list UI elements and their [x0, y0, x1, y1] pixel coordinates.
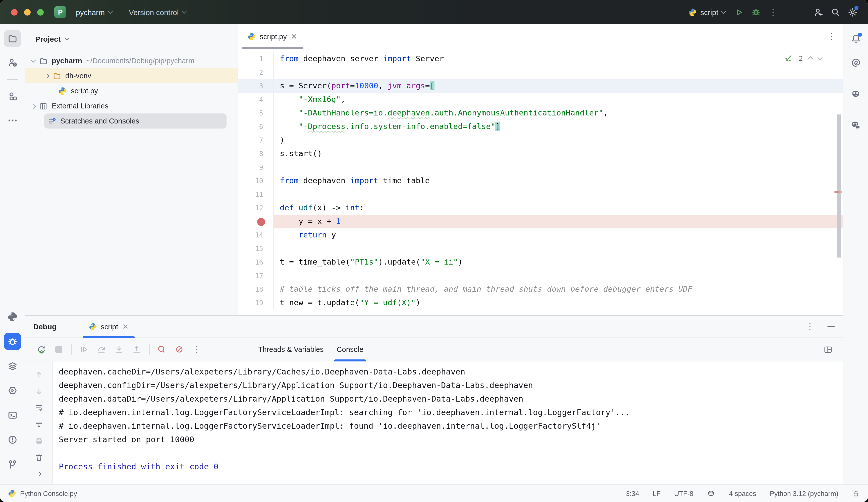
structure-tool-button[interactable]	[4, 88, 21, 105]
gutter-line-6[interactable]: 6	[238, 120, 274, 134]
code-editor[interactable]: 1from deephaven_server import Server23s …	[238, 49, 843, 315]
code-line-16[interactable]: 16t = time_table("PT1s").update("X = ii"…	[238, 255, 843, 269]
line-separator-widget[interactable]: LF	[653, 490, 661, 497]
caret-position-widget[interactable]: 3:34	[626, 490, 639, 497]
gutter-line-11[interactable]: 11	[238, 188, 274, 201]
copilot-button[interactable]	[847, 85, 864, 102]
debug-button[interactable]	[747, 3, 765, 21]
code-line-10[interactable]: 10from deephaven import time_table	[238, 174, 843, 188]
zoom-window-button[interactable]	[37, 9, 44, 15]
project-tool-button[interactable]	[4, 30, 21, 47]
more-tool-windows-button[interactable]	[4, 112, 21, 129]
code-line-15[interactable]: 15	[238, 242, 843, 255]
code-line-19[interactable]: 19t_new = t.update("Y = udf(X)")	[238, 296, 843, 310]
debug-more-button[interactable]: ⋮	[190, 342, 204, 356]
project-panel-header[interactable]: Project	[25, 24, 238, 53]
close-window-button[interactable]	[11, 9, 18, 15]
gutter-line-1[interactable]: 1	[238, 52, 274, 66]
problems-tool-button[interactable]	[4, 431, 21, 448]
editor-scrollbar[interactable]	[837, 114, 841, 258]
stop-button[interactable]	[52, 342, 66, 356]
gutter-line-4[interactable]: 4	[238, 93, 274, 106]
clear-console-button[interactable]	[32, 451, 45, 464]
minimize-window-button[interactable]	[24, 9, 31, 15]
close-icon[interactable]: ✕	[291, 33, 297, 40]
mute-breakpoints-button[interactable]	[172, 342, 186, 356]
run-configuration-selector[interactable]: script	[683, 4, 730, 20]
editor-tab-script-py[interactable]: script.py ✕	[241, 24, 303, 49]
run-tool-button[interactable]	[4, 382, 21, 399]
tab-threads-variables[interactable]: Threads & Variables	[252, 338, 330, 361]
project-menu[interactable]: pycharm	[71, 4, 117, 20]
gutter-line-5[interactable]: 5	[238, 106, 274, 120]
code-line-13[interactable]: y = x + 1	[238, 215, 843, 228]
run-button[interactable]	[730, 3, 747, 21]
status-file-widget[interactable]: Python Console.py	[8, 490, 77, 498]
code-line-1[interactable]: 1from deephaven_server import Server	[238, 52, 843, 66]
debug-options-kebab-icon[interactable]: ⋮	[806, 322, 814, 331]
notifications-button[interactable]	[847, 30, 864, 47]
code-with-me-button[interactable]	[810, 3, 827, 21]
inspections-widget[interactable]: 2	[784, 54, 822, 62]
code-line-6[interactable]: 6 "-Dprocess.info.system-info.enabled=fa…	[238, 120, 843, 134]
gutter-line-19[interactable]: 19	[238, 296, 274, 310]
tree-item-pycharm[interactable]: pycharm ~/Documents/Debug/pip/pycharm	[25, 53, 238, 68]
close-icon[interactable]: ✕	[122, 323, 128, 330]
gutter-line-15[interactable]: 15	[238, 242, 274, 255]
console-output[interactable]: deephaven.cacheDir=/Users/alexpeters/Lib…	[53, 362, 843, 484]
interpreter-widget[interactable]: Python 3.12 (pycharm)	[770, 490, 838, 497]
code-line-11[interactable]: 11	[238, 188, 843, 201]
gutter-line-12[interactable]: 12	[238, 201, 274, 215]
more-actions-button[interactable]: ⋮	[765, 3, 782, 21]
code-line-17[interactable]: 17	[238, 269, 843, 283]
gutter-line-17[interactable]: 17	[238, 269, 274, 283]
hide-panel-icon[interactable]	[827, 326, 835, 327]
version-control-tool-button[interactable]	[4, 456, 21, 473]
soft-wrap-button[interactable]	[32, 401, 45, 414]
code-line-18[interactable]: 18# table ticks off the main thread, and…	[238, 283, 843, 296]
tab-console[interactable]: Console	[330, 338, 370, 361]
ai-assistant-button[interactable]	[847, 54, 864, 71]
copilot-chat-button[interactable]	[847, 116, 864, 134]
step-over-button[interactable]	[94, 342, 108, 356]
indent-widget[interactable]: 4 spaces	[729, 490, 756, 497]
step-into-button[interactable]	[112, 342, 126, 356]
code-line-7[interactable]: 7)	[238, 134, 843, 147]
next-problem-icon[interactable]	[817, 55, 823, 60]
rerun-button[interactable]	[34, 342, 48, 356]
layout-settings-button[interactable]	[821, 342, 835, 356]
code-line-4[interactable]: 4 "-Xmx16g",	[238, 93, 843, 106]
scroll-to-end-button[interactable]	[32, 418, 45, 431]
view-breakpoints-button[interactable]	[155, 342, 169, 356]
code-line-12[interactable]: 12def udf(x) -> int:	[238, 201, 843, 215]
error-stripe-breakpoint-mark[interactable]	[834, 191, 843, 193]
pull-requests-tool-button[interactable]: ?	[4, 54, 21, 71]
breakpoint-dot[interactable]	[257, 218, 265, 226]
tree-item-dh-venv[interactable]: dh-venv	[25, 68, 238, 83]
copilot-status-button[interactable]	[707, 489, 715, 498]
gutter-line-10[interactable]: 10	[238, 174, 274, 188]
gutter-line-7[interactable]: 7	[238, 134, 274, 147]
settings-button[interactable]	[844, 3, 861, 21]
print-button[interactable]	[32, 434, 45, 447]
version-control-menu[interactable]: Version control	[124, 4, 190, 20]
tab-options-kebab-icon[interactable]: ⋮	[827, 32, 836, 41]
gutter-line-2[interactable]: 2	[238, 66, 274, 79]
gutter-line-8[interactable]: 8	[238, 147, 274, 161]
step-out-button[interactable]	[130, 342, 144, 356]
terminal-tool-button[interactable]	[4, 407, 21, 424]
gutter-line-3[interactable]: 3	[238, 79, 274, 93]
code-line-8[interactable]: 8s.start()	[238, 147, 843, 161]
tree-item-script-py[interactable]: script.py	[25, 83, 238, 98]
code-line-5[interactable]: 5 "-DAuthHandlers=io.deephaven.auth.Anon…	[238, 106, 843, 120]
gutter-line-16[interactable]: 16	[238, 255, 274, 269]
readonly-toggle[interactable]	[852, 490, 860, 498]
gutter-line-14[interactable]: 14	[238, 228, 274, 242]
expand-gutter-button[interactable]	[32, 467, 45, 480]
encoding-widget[interactable]: UTF-8	[674, 490, 693, 497]
gutter-line-18[interactable]: 18	[238, 283, 274, 296]
gutter-line-9[interactable]: 9	[238, 161, 274, 174]
resume-button[interactable]	[77, 342, 91, 356]
services-tool-button[interactable]	[4, 357, 21, 375]
search-everywhere-button[interactable]	[827, 3, 844, 21]
